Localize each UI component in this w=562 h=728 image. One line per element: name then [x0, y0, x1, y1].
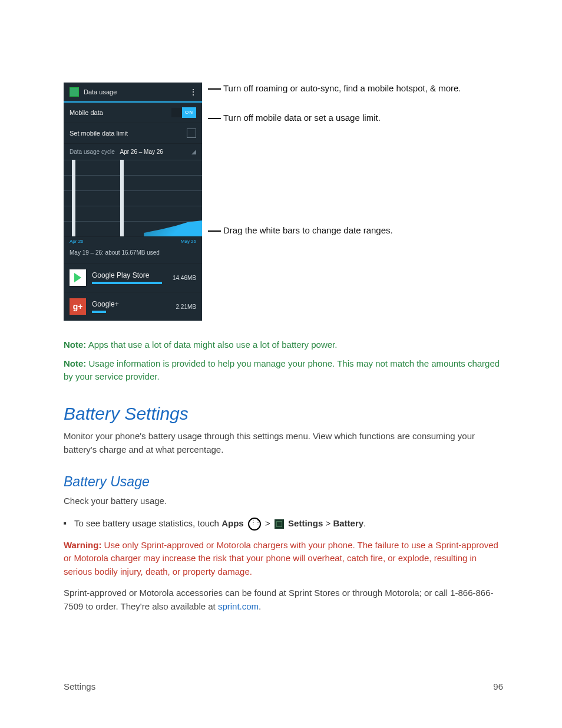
warning-label: Warning: — [64, 540, 101, 550]
app-row-google-plus[interactable]: g+ Google+ 2.21MB — [64, 292, 202, 321]
callout-overflow: Turn off roaming or auto-sync, find a mo… — [215, 83, 461, 94]
cycle-range: Apr 26 – May 26 — [120, 149, 163, 155]
app-size: 2.21MB — [176, 304, 196, 310]
cycle-label: Data usage cycle — [70, 149, 115, 155]
usage-chart[interactable] — [64, 160, 202, 237]
dropdown-triangle-icon — [191, 150, 196, 154]
note-1: Note: Apps that use a lot of data might … — [64, 338, 503, 351]
battery-word: Battery — [333, 518, 363, 528]
range-handle-left[interactable] — [72, 160, 75, 236]
google-plus-icon: g+ — [70, 298, 86, 315]
range-handle-right[interactable] — [120, 160, 124, 236]
app-row-play-store[interactable]: Google Play Store 14.46MB — [64, 263, 202, 292]
overflow-menu-icon[interactable]: ⋮ — [189, 87, 196, 97]
toggle-on-label: ON — [182, 107, 196, 118]
note-label: Note: — [64, 340, 86, 350]
set-limit-label: Set mobile data limit — [70, 130, 128, 137]
figure-block: Data usage ⋮ Mobile data ON Set mobile d… — [64, 83, 503, 321]
chart-axis: Apr 26 May 26 — [64, 237, 202, 246]
subsection-heading-battery-usage: Battery Usage — [64, 474, 503, 490]
screenshot-titlebar: Data usage ⋮ — [64, 83, 202, 103]
axis-end: May 26 — [181, 239, 196, 244]
usage-area-fill — [144, 219, 202, 236]
set-limit-checkbox[interactable] — [187, 129, 196, 138]
mobile-data-row[interactable]: Mobile data ON — [64, 103, 202, 123]
note-2: Note: Usage information is provided to h… — [64, 357, 503, 383]
app-name: Google Play Store — [92, 271, 168, 279]
axis-start: Apr 26 — [70, 239, 84, 244]
app-size: 14.46MB — [173, 275, 196, 281]
note-label: Note: — [64, 358, 86, 368]
app-usage-bar — [92, 311, 106, 313]
data-cycle-row[interactable]: Data usage cycle Apr 26 – May 26 — [64, 144, 202, 160]
step-list: To see battery usage statistics, touch A… — [64, 516, 503, 531]
app-name: Google+ — [92, 300, 171, 308]
settings-word: Settings — [288, 518, 323, 528]
section-heading-battery-settings: Battery Settings — [64, 404, 503, 424]
app-usage-bar — [92, 282, 162, 284]
subsection-intro: Check your battery usage. — [64, 495, 503, 508]
footer-page-number: 96 — [493, 681, 503, 691]
callout-drag-bars: Drag the white bars to change date range… — [215, 225, 461, 236]
mobile-data-label: Mobile data — [70, 109, 103, 116]
document-page: Data usage ⋮ Mobile data ON Set mobile d… — [0, 0, 562, 728]
apps-grid-icon — [248, 518, 261, 531]
range-usage-text: May 19 – 26: about 16.67MB used — [64, 246, 202, 263]
sprint-link[interactable]: sprint.com — [218, 601, 259, 611]
settings-icon — [275, 519, 284, 529]
callout-limit: Turn off mobile data or set a usage limi… — [215, 112, 461, 124]
apps-word: Apps — [222, 518, 244, 528]
step-view-battery-stats: To see battery usage statistics, touch A… — [74, 516, 503, 531]
data-usage-icon — [70, 87, 79, 97]
footer-section-name: Settings — [64, 681, 95, 691]
mobile-data-toggle[interactable]: ON — [171, 108, 196, 117]
screenshot-title: Data usage — [84, 88, 117, 95]
page-footer: Settings 96 — [64, 681, 503, 691]
closing-paragraph: Sprint-approved or Motorola accessories … — [64, 587, 503, 613]
section-intro: Monitor your phone's battery usage throu… — [64, 430, 503, 456]
callout-column: Turn off roaming or auto-sync, find a mo… — [202, 83, 461, 245]
play-store-icon — [70, 269, 86, 286]
warning-paragraph: Warning: Use only Sprint-approved or Mot… — [64, 539, 503, 579]
phone-screenshot: Data usage ⋮ Mobile data ON Set mobile d… — [64, 83, 202, 321]
set-limit-row[interactable]: Set mobile data limit — [64, 123, 202, 144]
